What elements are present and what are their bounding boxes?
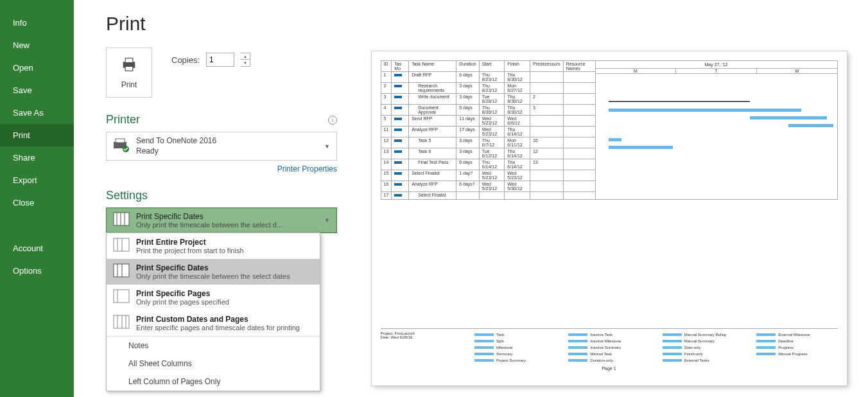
table-row: 3Write document3 daysTue 8/28/12Thu 8/30… <box>381 94 595 105</box>
svg-rect-31 <box>394 172 402 175</box>
dd-item-title: Print Specific Dates <box>136 263 290 272</box>
table-row: 5Send RFP11 daysWed 5/23/12Wed 6/6/12 <box>381 116 595 127</box>
legend-item: Inactive Task <box>568 331 649 338</box>
print-settings-panel: Print Print Copies: ▲ ▼ Printer i <box>74 0 350 397</box>
preview-col-header: Predecessors <box>530 61 563 72</box>
dd-item-title: Print Custom Dates and Pages <box>136 315 300 324</box>
table-row: 11Analyze RFP17 daysWed 5/23/12Thu 6/14/… <box>381 127 595 137</box>
dd-item-custom-dates-pages[interactable]: Print Custom Dates and PagesEnter specif… <box>107 310 320 336</box>
printer-name: Send To OneNote 2016 <box>136 136 216 146</box>
preview-task-table: IDTas MoTask NameDurationStartFinishPred… <box>381 60 596 200</box>
preview-page: IDTas MoTask NameDurationStartFinishPred… <box>372 51 847 385</box>
sidebar-item-share[interactable]: Share <box>0 146 74 169</box>
legend-item: Manual Summary <box>663 338 743 344</box>
table-row: 13Task 63 daysTue 6/12/12Thu 6/14/1212 <box>381 148 595 159</box>
legend-item: External Tasks <box>663 357 743 364</box>
selected-setting-title: Print Specific Dates <box>136 212 282 221</box>
svg-rect-24 <box>394 96 402 98</box>
legend-item: Progress <box>756 344 837 351</box>
preview-col-header: Finish <box>505 61 530 72</box>
sidebar-item-options[interactable]: Options <box>0 260 74 282</box>
spinner-down-icon[interactable]: ▼ <box>241 60 250 66</box>
sidebar-item-export[interactable]: Export <box>0 169 74 191</box>
legend-item: Manual Progress <box>756 351 837 357</box>
preview-legend: Project: FirstLaunch Date: Wed 6/29/16 T… <box>381 328 838 364</box>
svg-rect-29 <box>394 150 402 153</box>
svg-rect-25 <box>394 107 402 109</box>
print-what-dropdown: Print Entire ProjectPrint the project fr… <box>106 233 320 391</box>
sidebar-item-new[interactable]: New <box>0 34 74 57</box>
legend-item: Duration-only <box>568 357 649 364</box>
dd-item-all-sheet-columns[interactable]: All Sheet Columns <box>107 355 320 373</box>
svg-rect-22 <box>394 74 402 76</box>
main-area: Print Print Copies: ▲ ▼ Printer i <box>74 0 868 397</box>
svg-rect-16 <box>114 290 129 303</box>
table-row: 14Final Test Pass0 daysThu 6/14/12Thu 6/… <box>381 159 595 170</box>
svg-rect-32 <box>394 183 402 186</box>
printer-status: Ready <box>136 146 216 157</box>
project-icon <box>113 238 130 254</box>
svg-rect-23 <box>394 85 402 87</box>
svg-rect-28 <box>394 139 402 142</box>
print-preview-panel: IDTas MoTask NameDurationStartFinishPred… <box>350 0 868 397</box>
table-row: 2Research requirements3 daysThu 8/23/12M… <box>381 83 595 94</box>
preview-timescale-label: May 27, '12 <box>596 61 837 69</box>
dd-item-entire-project[interactable]: Print Entire ProjectPrint the project fr… <box>107 233 320 259</box>
dd-item-sub: Print the project from start to finish <box>136 247 244 254</box>
table-row: 16Analyze RFP6 days?Wed 5/23/12Wed 5/30/… <box>381 181 595 192</box>
chevron-down-icon: ▼ <box>324 217 330 224</box>
dd-item-specific-pages[interactable]: Print Specific PagesOnly print the pages… <box>107 285 320 310</box>
table-row: 12Task 53 daysThu 6/7/12Mon 6/11/1210 <box>381 137 595 148</box>
table-row: 1Draft RFP6 daysThu 8/23/12Thu 8/30/12 <box>381 72 595 83</box>
sidebar-item-info[interactable]: Info <box>0 12 74 34</box>
legend-item: Finish-only <box>663 351 743 357</box>
info-icon[interactable]: i <box>328 116 337 125</box>
svg-rect-1 <box>125 58 133 63</box>
printer-icon <box>120 56 138 76</box>
dd-item-notes[interactable]: Notes <box>107 337 320 355</box>
sidebar-item-open[interactable]: Open <box>0 57 74 79</box>
preview-col-header: Task Name <box>409 61 456 72</box>
legend-item: Task <box>474 331 555 338</box>
page-title: Print <box>106 13 337 35</box>
dd-item-title: Print Specific Pages <box>136 289 229 298</box>
dd-item-specific-dates[interactable]: Print Specific DatesOnly print the times… <box>107 259 320 285</box>
table-row: 15Select Finalist1 day?Wed 5/23/12Wed 5/… <box>381 170 595 181</box>
sidebar-item-close[interactable]: Close <box>0 191 74 214</box>
legend-item: Project Summary <box>474 357 555 364</box>
svg-rect-26 <box>394 118 402 120</box>
printer-select[interactable]: Send To OneNote 2016 Ready ▼ <box>106 132 337 161</box>
sidebar-item-print[interactable]: Print <box>0 124 74 146</box>
sidebar-item-account[interactable]: Account <box>0 237 74 260</box>
backstage-sidebar: Info New Open Save Save As Print Share E… <box>0 0 74 397</box>
copies-input[interactable] <box>206 53 234 67</box>
dd-item-left-column-only[interactable]: Left Column of Pages Only <box>107 373 320 391</box>
sidebar-item-saveas[interactable]: Save As <box>0 101 74 124</box>
svg-rect-2 <box>125 66 133 71</box>
legend-item: Manual Task <box>568 351 649 357</box>
svg-rect-18 <box>114 315 129 328</box>
legend-item: External Milestone <box>756 331 837 338</box>
preview-col-header: Duration <box>456 61 479 72</box>
legend-item: Inactive Milestone <box>568 338 649 344</box>
spinner-up-icon[interactable]: ▲ <box>241 53 250 60</box>
svg-rect-30 <box>394 161 402 164</box>
copies-spinner[interactable]: ▲ ▼ <box>241 53 250 67</box>
copies-label: Copies: <box>171 55 200 65</box>
legend-item: Summary <box>474 351 555 357</box>
legend-item: Split <box>474 338 555 344</box>
selected-setting-sub: Only print the timescale between the sel… <box>136 221 282 229</box>
chevron-down-icon: ▼ <box>324 143 330 150</box>
dd-item-sub: Only print the timescale between the sel… <box>136 272 290 280</box>
print-button[interactable]: Print <box>106 48 152 98</box>
printer-properties-link[interactable]: Printer Properties <box>106 164 337 173</box>
print-what-select[interactable]: Print Specific Dates Only print the time… <box>106 207 337 233</box>
pages-icon <box>113 289 130 306</box>
preview-page-number: Page 1 <box>381 366 838 371</box>
print-button-label: Print <box>121 80 137 89</box>
preview-footer-date: Date: Wed 6/29/16 <box>381 335 462 339</box>
legend-item: Start-only <box>663 344 743 351</box>
sidebar-item-save[interactable]: Save <box>0 79 74 101</box>
legend-item: Milestone <box>474 344 555 351</box>
printer-status-icon <box>113 138 130 155</box>
